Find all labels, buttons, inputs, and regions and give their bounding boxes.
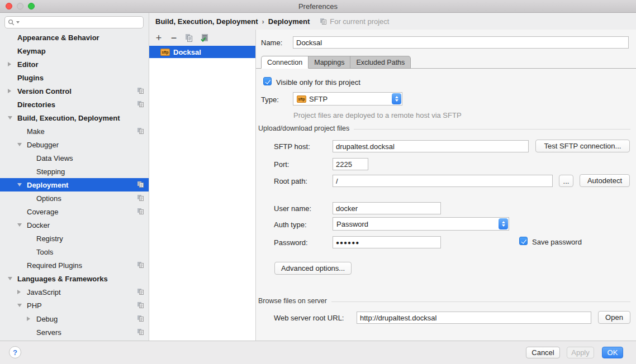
sidebar-item-directories[interactable]: Directories bbox=[0, 98, 149, 111]
for-current-project-icon bbox=[320, 18, 327, 25]
sidebar-item-tools[interactable]: Tools bbox=[0, 245, 149, 258]
web-root-input[interactable] bbox=[357, 312, 591, 324]
sftp-icon: sftp bbox=[160, 49, 170, 56]
copy-server-button[interactable] bbox=[184, 33, 194, 43]
browse-root-path-button[interactable]: ... bbox=[559, 175, 573, 187]
autodetect-button[interactable]: Autodetect bbox=[580, 174, 630, 187]
sidebar-item-label: PHP bbox=[27, 301, 42, 310]
user-name-input[interactable] bbox=[333, 202, 441, 214]
settings-sidebar: Appearance & BehaviorKeymapEditorPlugins… bbox=[0, 13, 149, 341]
sidebar-item-stepping[interactable]: Stepping bbox=[0, 165, 149, 178]
collapse-arrow-icon[interactable] bbox=[8, 277, 12, 280]
root-path-input[interactable] bbox=[333, 175, 553, 187]
advanced-options-button[interactable]: Advanced options... bbox=[274, 262, 352, 275]
sidebar-item-label: JavaScript bbox=[27, 288, 61, 296]
name-input[interactable] bbox=[293, 36, 629, 49]
sidebar-item-coverage[interactable]: Coverage bbox=[0, 205, 149, 218]
auth-type-select[interactable]: Password bbox=[333, 217, 509, 231]
auth-type-label: Auth type: bbox=[274, 221, 307, 229]
browse-section-title: Browse files on server bbox=[258, 297, 327, 305]
sidebar-item-appearance-behavior[interactable]: Appearance & Behavior bbox=[0, 31, 149, 44]
expand-arrow-icon[interactable] bbox=[17, 290, 21, 294]
per-project-icon bbox=[137, 208, 144, 215]
sidebar-item-label: Debugger bbox=[27, 141, 59, 149]
collapse-arrow-icon[interactable] bbox=[17, 183, 22, 186]
sidebar-item-label: Debug bbox=[36, 315, 58, 323]
sidebar-item-build-execution-deployment[interactable]: Build, Execution, Deployment bbox=[0, 111, 149, 124]
sftp-host-label: SFTP host: bbox=[274, 142, 310, 151]
server-item-label: Docksal bbox=[173, 48, 201, 56]
server-item-docksal[interactable]: sftpDocksal bbox=[149, 46, 255, 58]
sidebar-item-label: Data Views bbox=[36, 154, 73, 162]
sftp-host-input[interactable] bbox=[333, 140, 529, 152]
sidebar-item-label: Required Plugins bbox=[27, 261, 82, 270]
remove-server-button[interactable]: − bbox=[169, 33, 179, 43]
sidebar-item-deployment[interactable]: Deployment bbox=[0, 178, 149, 191]
password-input[interactable] bbox=[333, 236, 441, 248]
visible-only-checkbox[interactable] bbox=[263, 77, 272, 85]
upload-section-title: Upload/download project files bbox=[258, 124, 349, 132]
settings-search-input[interactable] bbox=[4, 16, 144, 28]
sidebar-item-label: Options bbox=[36, 194, 61, 203]
breadcrumb-item-deployment[interactable]: Deployment bbox=[268, 17, 310, 26]
visible-only-label: Visible only for this project bbox=[276, 78, 360, 87]
add-server-button[interactable]: + bbox=[154, 33, 164, 43]
sidebar-item-plugins[interactable]: Plugins bbox=[0, 71, 149, 84]
collapse-arrow-icon[interactable] bbox=[17, 143, 22, 146]
collapse-arrow-icon[interactable] bbox=[8, 116, 12, 119]
save-password-checkbox[interactable] bbox=[519, 237, 528, 245]
sidebar-item-required-plugins[interactable]: Required Plugins bbox=[0, 258, 149, 272]
sidebar-item-data-views[interactable]: Data Views bbox=[0, 151, 149, 165]
sidebar-item-php[interactable]: PHP bbox=[0, 299, 149, 312]
sidebar-item-label: Servers bbox=[36, 328, 61, 337]
expand-arrow-icon[interactable] bbox=[8, 62, 11, 66]
test-sftp-connection-button[interactable]: Test SFTP connection... bbox=[535, 140, 630, 152]
sidebar-item-editor[interactable]: Editor bbox=[0, 58, 149, 71]
per-project-icon bbox=[137, 301, 144, 309]
collapse-arrow-icon[interactable] bbox=[17, 304, 22, 307]
sidebar-item-options[interactable]: Options bbox=[0, 191, 149, 205]
preferences-window: Preferences Appearance & BehaviorKeymapE… bbox=[0, 0, 636, 364]
name-label: Name: bbox=[261, 39, 282, 47]
use-as-default-button[interactable] bbox=[199, 33, 209, 43]
sidebar-item-debug[interactable]: Debug bbox=[0, 312, 149, 325]
sidebar-item-make[interactable]: Make bbox=[0, 124, 149, 138]
collapse-arrow-icon[interactable] bbox=[17, 223, 22, 227]
sidebar-item-servers[interactable]: Servers bbox=[0, 325, 149, 339]
help-button[interactable]: ? bbox=[9, 346, 21, 358]
server-list-toolbar: + − bbox=[149, 30, 255, 46]
tab-connection[interactable]: Connection bbox=[261, 56, 308, 69]
sidebar-item-label: Appearance & Behavior bbox=[17, 33, 99, 42]
dialog-footer: ? Cancel Apply OK bbox=[0, 341, 636, 364]
sidebar-item-debugger[interactable]: Debugger bbox=[0, 138, 149, 151]
port-input[interactable] bbox=[333, 158, 368, 170]
save-password-label: Save password bbox=[532, 238, 582, 246]
tab-mappings[interactable]: Mappings bbox=[308, 56, 350, 69]
sidebar-item-label: Make bbox=[27, 127, 45, 136]
sidebar-item-version-control[interactable]: Version Control bbox=[0, 84, 149, 98]
sidebar-item-keymap[interactable]: Keymap bbox=[0, 44, 149, 58]
sidebar-item-registry[interactable]: Registry bbox=[0, 232, 149, 245]
breadcrumb: Build, Execution, Deployment › Deploymen… bbox=[149, 13, 636, 30]
auth-type-select-stepper[interactable] bbox=[499, 218, 508, 229]
type-select[interactable]: sftp SFTP bbox=[293, 92, 402, 106]
server-list: sftpDocksal bbox=[149, 46, 255, 341]
close-button[interactable] bbox=[6, 3, 12, 9]
apply-button[interactable]: Apply bbox=[567, 347, 594, 358]
sidebar-item-javascript[interactable]: JavaScript bbox=[0, 285, 149, 299]
tab-excluded-paths[interactable]: Excluded Paths bbox=[350, 56, 411, 69]
cancel-button[interactable]: Cancel bbox=[526, 347, 560, 358]
expand-arrow-icon[interactable] bbox=[27, 317, 30, 321]
expand-arrow-icon[interactable] bbox=[8, 89, 11, 93]
open-button[interactable]: Open bbox=[598, 311, 630, 324]
web-root-label: Web server root URL: bbox=[274, 314, 344, 322]
sidebar-item-languages-frameworks[interactable]: Languages & Frameworks bbox=[0, 272, 149, 285]
scope-indicator: For current project bbox=[320, 17, 389, 26]
zoom-button[interactable] bbox=[28, 3, 35, 9]
ok-button[interactable]: OK bbox=[602, 347, 623, 358]
sidebar-item-docker[interactable]: Docker bbox=[0, 218, 149, 232]
type-select-stepper[interactable] bbox=[392, 93, 401, 104]
sidebar-item-label: Registry bbox=[36, 234, 63, 243]
search-options-chevron-icon[interactable] bbox=[16, 21, 20, 23]
breadcrumb-item-build-execution-deployment[interactable]: Build, Execution, Deployment bbox=[155, 17, 258, 26]
